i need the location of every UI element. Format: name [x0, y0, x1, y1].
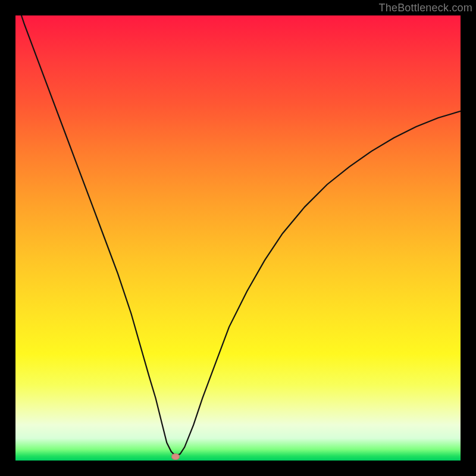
- bottleneck-point-marker: [171, 453, 180, 460]
- watermark-text: TheBottleneck.com: [379, 2, 472, 14]
- chart-frame: TheBottleneck.com: [0, 0, 476, 476]
- plot-area: [15, 15, 461, 461]
- bottleneck-curve: [15, 15, 461, 461]
